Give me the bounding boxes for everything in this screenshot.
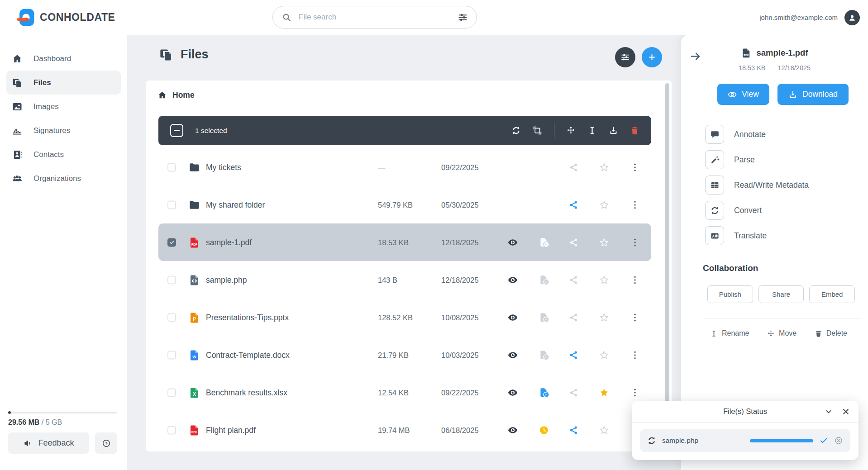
preview-button[interactable]	[508, 387, 518, 398]
wand-icon	[710, 155, 720, 165]
table-row[interactable]: Benchmark results.xlsx12.54 KB09/22/2025	[158, 374, 651, 411]
action-label: Annotate	[734, 130, 766, 139]
row-checkbox[interactable]	[167, 163, 176, 171]
transform-button-icon[interactable]	[533, 126, 542, 135]
refresh-button-icon[interactable]	[511, 126, 521, 135]
preview-button[interactable]	[508, 312, 518, 323]
search-filter-icon[interactable]	[458, 12, 468, 23]
row-checkbox[interactable]	[167, 200, 176, 209]
app-logo[interactable]: CONHOLDATE	[17, 8, 115, 27]
row-checkbox[interactable]	[167, 426, 176, 434]
table-row[interactable]: sample-1.pdf18.53 KB12/18/2025	[158, 223, 651, 261]
feedback-button[interactable]: Feedback	[8, 432, 89, 454]
breadcrumb[interactable]: Home	[157, 90, 195, 100]
share-button[interactable]	[569, 312, 579, 323]
doc-status-button[interactable]	[539, 387, 549, 398]
favorite-button[interactable]	[599, 387, 610, 398]
add-button[interactable]	[642, 47, 662, 67]
doc-status-button[interactable]	[539, 312, 549, 323]
doc-status-button[interactable]	[539, 350, 549, 360]
action-translate[interactable]: Translate	[705, 226, 868, 245]
rename-button[interactable]: Rename	[707, 329, 752, 338]
table-row[interactable]: My tickets—09/22/2025	[158, 148, 651, 186]
row-checkbox[interactable]	[167, 238, 176, 247]
view-settings-button[interactable]	[615, 47, 635, 67]
doc-status-button[interactable]	[539, 237, 549, 247]
favorite-button[interactable]	[599, 162, 610, 172]
doc-status-button[interactable]	[539, 275, 549, 285]
search-input[interactable]	[298, 12, 452, 22]
sidebar-item-signatures[interactable]: Signatures	[6, 119, 121, 142]
avatar[interactable]	[844, 10, 860, 25]
row-checkbox[interactable]	[167, 388, 176, 397]
detail-file-size: 18.53 KB	[739, 64, 766, 71]
sidebar-item-files[interactable]: Files	[6, 71, 121, 95]
row-menu-button[interactable]	[630, 199, 640, 210]
row-checkbox[interactable]	[167, 275, 176, 284]
chevron-down-icon[interactable]	[824, 407, 833, 416]
sidebar-item-images[interactable]: Images	[6, 95, 121, 119]
share-button[interactable]	[569, 387, 579, 398]
pending-status-button[interactable]	[539, 425, 549, 435]
favorite-button[interactable]	[599, 425, 610, 435]
row-menu-button[interactable]	[630, 162, 640, 172]
row-checkbox[interactable]	[167, 313, 176, 322]
row-menu-button[interactable]	[630, 237, 640, 247]
select-all-checkbox[interactable]	[170, 124, 183, 137]
list-scrollbar[interactable]	[665, 83, 669, 449]
search-bar[interactable]	[272, 6, 477, 28]
publish-button[interactable]: Publish	[707, 285, 753, 303]
preview-button[interactable]	[508, 237, 518, 247]
share-button[interactable]	[569, 350, 579, 360]
share-button[interactable]	[569, 162, 579, 172]
delete-button[interactable]: Delete	[812, 329, 850, 338]
action-annotate[interactable]: Annotate	[705, 125, 868, 144]
favorite-button[interactable]	[599, 350, 610, 360]
sidebar-item-organizations[interactable]: Organizations	[6, 166, 121, 190]
view-button[interactable]: View	[717, 84, 769, 105]
embed-button[interactable]: Embed	[809, 285, 855, 303]
star-o-icon	[599, 425, 610, 435]
share-button[interactable]	[569, 275, 579, 285]
favorite-button[interactable]	[599, 312, 610, 323]
table-row[interactable]: Presentations-Tips.pptx128.52 KB10/08/20…	[158, 299, 651, 336]
preview-button[interactable]	[508, 275, 518, 285]
share-button[interactable]	[569, 237, 579, 247]
table-row[interactable]: Flight plan.pdf19.74 MB06/18/2025	[158, 411, 651, 449]
share-button[interactable]	[569, 199, 579, 210]
sidebar-item-label: Organizations	[33, 174, 81, 183]
row-menu-button[interactable]	[630, 350, 640, 360]
preview-button[interactable]	[508, 425, 518, 435]
share-button[interactable]: Share	[758, 285, 804, 303]
home-icon	[12, 53, 23, 64]
action-parse[interactable]: Parse	[705, 150, 868, 169]
selection-toolbar: 1 selected	[158, 116, 651, 145]
favorite-button[interactable]	[599, 237, 610, 247]
preview-button[interactable]	[508, 350, 518, 360]
action-convert[interactable]: Convert	[705, 201, 868, 220]
row-checkbox[interactable]	[167, 351, 176, 359]
row-menu-button[interactable]	[630, 387, 640, 398]
download-button[interactable]: Download	[777, 84, 849, 105]
row-menu-button[interactable]	[630, 312, 640, 323]
ibeam-button-icon[interactable]	[587, 126, 597, 135]
move-button-icon[interactable]	[566, 126, 576, 135]
row-menu-button[interactable]	[630, 275, 640, 285]
favorite-button[interactable]	[599, 199, 610, 210]
table-row[interactable]: My shared folder549.79 KB05/30/2025	[158, 186, 651, 223]
download-button-icon[interactable]	[609, 126, 618, 135]
sidebar-item-contacts[interactable]: Contacts	[6, 142, 121, 166]
table-row[interactable]: sample.php143 B12/18/2025	[158, 261, 651, 299]
close-icon[interactable]	[841, 407, 850, 416]
table-row[interactable]: Contract-Template.docx21.79 KB10/03/2025	[158, 336, 651, 374]
sidebar-item-dashboard[interactable]: Dashboard	[6, 47, 121, 71]
move-button[interactable]: Move	[764, 329, 799, 338]
action-read-write-metadata[interactable]: Read/Write Metadata	[705, 176, 868, 195]
trash-button-icon[interactable]	[630, 126, 639, 135]
favorite-button[interactable]	[599, 275, 610, 285]
pdf-file-icon	[741, 47, 752, 58]
share-button[interactable]	[569, 425, 579, 435]
cancel-icon[interactable]	[834, 436, 843, 445]
help-button[interactable]	[95, 432, 117, 454]
collapse-panel-button[interactable]	[687, 50, 704, 63]
